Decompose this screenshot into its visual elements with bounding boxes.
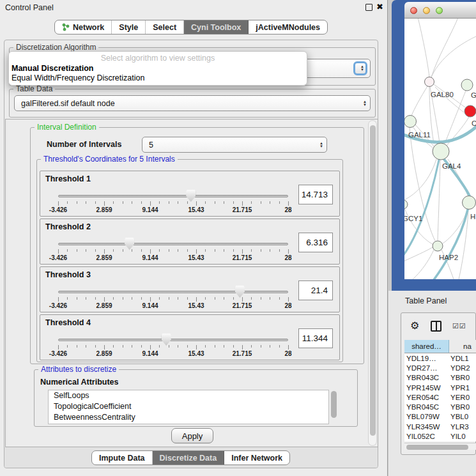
slider-track[interactable] bbox=[58, 339, 288, 341]
tick-mark bbox=[58, 249, 59, 254]
table-row[interactable]: YLR345WYLR3 bbox=[404, 422, 476, 431]
slider-track[interactable] bbox=[58, 291, 288, 293]
attribute-item[interactable]: SelfLoops bbox=[49, 390, 328, 401]
tab-style[interactable]: Style bbox=[112, 20, 146, 34]
numerical-attributes-list[interactable]: SelfLoopsTopologicalCoefficientBetweenne… bbox=[48, 390, 329, 424]
spinner-arrows-icon bbox=[363, 100, 367, 107]
apply-button[interactable]: Apply bbox=[171, 428, 213, 443]
table-cell: YDR27… bbox=[404, 364, 449, 372]
threshold-value-field[interactable]: 21.4 bbox=[298, 280, 333, 300]
slider-track[interactable] bbox=[58, 243, 288, 245]
zoom-traffic-light-icon[interactable] bbox=[436, 7, 443, 14]
tick-mark bbox=[123, 345, 123, 348]
network-node[interactable] bbox=[463, 196, 476, 210]
threshold-value-field[interactable]: 11.344 bbox=[298, 328, 333, 348]
control-panel-titlebar: Control Panel ✖ bbox=[0, 0, 387, 15]
tick-mark bbox=[77, 249, 77, 252]
tick-label: -3.426 bbox=[49, 206, 67, 213]
tick-mark bbox=[104, 201, 105, 206]
tab-jactivemnodules[interactable]: jActiveMNodules bbox=[249, 20, 327, 34]
tick-mark bbox=[270, 297, 270, 300]
split-columns-icon[interactable] bbox=[431, 321, 441, 332]
table-cell: YIL0 bbox=[449, 433, 476, 440]
table-cell: YPR145W bbox=[404, 384, 449, 392]
horizontal-scrollbar[interactable] bbox=[404, 443, 476, 450]
minimize-traffic-light-icon[interactable] bbox=[423, 7, 430, 14]
table-cell: YBR0 bbox=[449, 403, 476, 411]
tab-impute-data[interactable]: Impute Data bbox=[92, 451, 153, 464]
tab-select[interactable]: Select bbox=[146, 20, 184, 34]
table-cell: YLR345W bbox=[404, 423, 449, 431]
table-row[interactable]: YDL19…YDL1 bbox=[404, 353, 476, 363]
num-intervals-combo[interactable]: 5 bbox=[142, 137, 327, 153]
spinner-arrows-icon bbox=[319, 142, 323, 148]
algorithm-combo-stepper[interactable] bbox=[353, 61, 367, 75]
tick-mark bbox=[113, 249, 114, 252]
network-node[interactable] bbox=[425, 77, 434, 87]
table-row[interactable]: YIL052CYIL0 bbox=[404, 431, 476, 441]
dropdown-option-equal-width-frequency[interactable]: Equal Width/Frequency Discretization bbox=[12, 73, 144, 82]
threshold-value-field[interactable]: 6.316 bbox=[298, 233, 333, 252]
network-node[interactable] bbox=[404, 116, 417, 128]
gear-icon[interactable]: ⚙ bbox=[410, 319, 419, 332]
select-columns-checkboxes-icon[interactable]: ☑☑ bbox=[452, 322, 466, 330]
tab-discretize-data[interactable]: Discretize Data bbox=[153, 451, 225, 464]
attributes-scrollbar-thumb[interactable] bbox=[331, 391, 337, 418]
table-row[interactable]: YBR045CYBR0 bbox=[404, 402, 476, 411]
tick-mark bbox=[86, 249, 86, 252]
network-window-titlebar[interactable] bbox=[404, 2, 476, 19]
table-row[interactable]: YPR145WYPR1 bbox=[404, 383, 476, 392]
tick-mark bbox=[224, 297, 224, 300]
tick-mark bbox=[123, 249, 123, 252]
tick-label: 9.144 bbox=[142, 254, 158, 261]
tick-label: 2.859 bbox=[96, 302, 112, 309]
network-node[interactable] bbox=[433, 241, 443, 251]
threshold-value-field[interactable]: 14.713 bbox=[298, 185, 333, 204]
tick-label: 21.715 bbox=[233, 254, 252, 261]
network-node[interactable] bbox=[464, 105, 476, 117]
tick-mark bbox=[104, 297, 105, 302]
slider-thumb[interactable] bbox=[125, 238, 134, 250]
tab-network[interactable]: Network bbox=[55, 20, 112, 34]
table-row[interactable]: YBR043CYBR0 bbox=[404, 373, 476, 383]
slider-thumb[interactable] bbox=[162, 334, 171, 346]
column-header-name[interactable]: na bbox=[449, 340, 476, 353]
tick-mark bbox=[279, 297, 280, 300]
dropdown-option-manual-discretization[interactable]: Manual Discretization bbox=[12, 64, 94, 73]
tab-cyni-toolbox[interactable]: Cyni Toolbox bbox=[184, 20, 249, 34]
scrollbar-thumb[interactable] bbox=[370, 125, 376, 436]
table-row[interactable]: YER054CYER0 bbox=[404, 392, 476, 402]
table-cell: YPR1 bbox=[449, 384, 476, 392]
tick-mark bbox=[159, 297, 160, 300]
attribute-item[interactable]: TopologicalCoefficient bbox=[49, 401, 328, 412]
vertical-scrollbar[interactable] bbox=[368, 120, 377, 446]
table-row[interactable]: YDR27…YDR2 bbox=[404, 363, 476, 372]
close-icon[interactable]: ✖ bbox=[376, 2, 383, 12]
float-window-icon[interactable] bbox=[365, 4, 372, 11]
table-row[interactable]: YBL079WYBL0 bbox=[404, 412, 476, 422]
tick-label: 15.43 bbox=[188, 302, 204, 309]
table-cell: YIL052C bbox=[404, 433, 449, 440]
tab-infer-network[interactable]: Infer Network bbox=[224, 451, 289, 464]
network-view-window[interactable]: GAL80GACGAL11GAL4GCY1HHAP2 bbox=[392, 0, 476, 291]
column-header-shared-name[interactable]: shared… bbox=[404, 340, 449, 353]
table-cell: YER0 bbox=[449, 394, 476, 401]
attribute-item[interactable]: BetweennessCentrality bbox=[49, 412, 328, 423]
slider-thumb[interactable] bbox=[186, 190, 196, 202]
table-data-combo[interactable]: galFiltered.sif default node bbox=[14, 95, 371, 111]
network-node[interactable] bbox=[461, 79, 473, 91]
tick-mark bbox=[123, 297, 123, 300]
scrollbar-thumb[interactable] bbox=[406, 445, 468, 450]
slider-thumb[interactable] bbox=[235, 286, 245, 298]
tick-mark bbox=[67, 297, 68, 300]
network-canvas[interactable]: GAL80GACGAL11GAL4GCY1HHAP2 bbox=[404, 19, 476, 279]
tick-mark bbox=[242, 201, 243, 206]
close-traffic-light-icon[interactable] bbox=[410, 7, 417, 14]
network-node[interactable] bbox=[433, 143, 449, 160]
network-node[interactable] bbox=[404, 200, 408, 209]
tick-mark bbox=[224, 201, 224, 204]
slider-track[interactable] bbox=[58, 195, 288, 197]
table-cell: YER054C bbox=[404, 394, 449, 401]
tick-mark bbox=[187, 345, 188, 348]
network-node-label: HAP2 bbox=[439, 254, 458, 261]
